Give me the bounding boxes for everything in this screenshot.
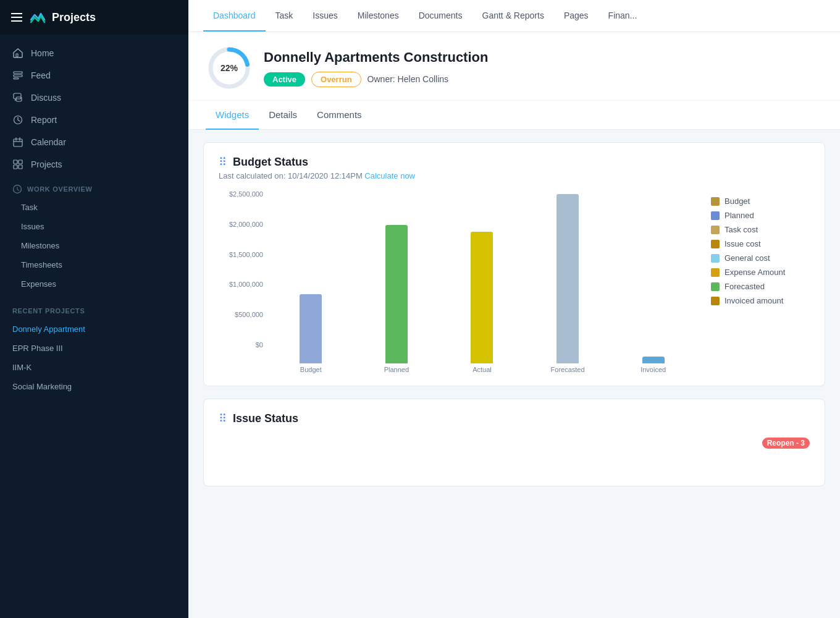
bar-group-invoiced	[610, 190, 696, 363]
tab-comments[interactable]: Comments	[307, 101, 372, 130]
svg-rect-2	[14, 75, 22, 77]
sidebar-item-discuss[interactable]: Discuss	[0, 87, 188, 109]
top-nav: Dashboard Task Issues Milestones Documen…	[188, 0, 840, 32]
svg-rect-11	[19, 165, 22, 169]
top-nav-task[interactable]: Task	[266, 1, 303, 32]
overrun-badge: Overrun	[311, 72, 361, 87]
active-badge: Active	[264, 72, 305, 87]
recent-project-epr[interactable]: EPR Phase III	[0, 339, 188, 358]
sidebar-item-calendar-label: Calendar	[31, 137, 66, 147]
top-nav-pages[interactable]: Pages	[554, 1, 598, 32]
project-info: Donnelly Apartments Construction Active …	[264, 49, 488, 87]
recent-project-iimk[interactable]: IIM-K	[0, 358, 188, 377]
y-label-2: $1,500,000	[229, 251, 263, 258]
projects-icon	[12, 159, 23, 170]
svg-rect-8	[14, 160, 17, 164]
legend-general-cost: General cost	[711, 253, 810, 263]
bar-actual	[471, 232, 493, 363]
sidebar-item-feed-label: Feed	[31, 70, 51, 80]
sidebar-title: Projects	[52, 11, 96, 24]
legend-dot-planned	[711, 211, 720, 220]
sidebar-sub-milestones[interactable]: Milestones	[0, 236, 188, 255]
work-overview-icon	[12, 184, 22, 194]
top-nav-finan[interactable]: Finan...	[598, 1, 647, 32]
project-header: 22% Donnelly Apartments Construction Act…	[188, 32, 840, 101]
svg-rect-3	[14, 78, 19, 79]
legend-dot-invoiced-amount	[711, 297, 720, 305]
tab-widgets[interactable]: Widgets	[206, 101, 259, 130]
sidebar-item-calendar[interactable]: Calendar	[0, 131, 188, 153]
progress-label: 22%	[220, 63, 238, 73]
sidebar-item-report[interactable]: Report	[0, 109, 188, 131]
bar-invoiced	[642, 357, 665, 363]
budget-widget-subtitle: Last calculated on: 10/14/2020 12:14PM C…	[219, 171, 810, 180]
sidebar-sub-expenses[interactable]: Expenses	[0, 274, 188, 294]
legend-dot-task-cost	[711, 226, 720, 234]
work-overview-section: WORK OVERVIEW	[0, 176, 188, 198]
main-content: Dashboard Task Issues Milestones Documen…	[188, 0, 840, 618]
bar-budget	[300, 294, 322, 363]
bar-chart-inner: $2,500,000 $2,000,000 $1,500,000 $1,000,…	[219, 190, 696, 363]
x-label-forecasted: Forecasted	[525, 363, 611, 373]
recent-project-social[interactable]: Social Marketing	[0, 377, 188, 396]
budget-status-widget: ⠿ Budget Status Last calculated on: 10/1…	[203, 142, 825, 386]
y-label-4: $500,000	[235, 311, 263, 318]
bar-group-budget	[268, 190, 354, 363]
top-nav-milestones[interactable]: Milestones	[348, 1, 409, 32]
top-nav-dashboard[interactable]: Dashboard	[203, 1, 266, 32]
recent-projects-label: RECENT PROJECTS	[12, 307, 85, 315]
legend-forecasted: Forecasted	[711, 282, 810, 291]
sidebar-sub-task[interactable]: Task	[0, 198, 188, 217]
svg-rect-9	[19, 160, 22, 164]
x-label-invoiced: Invoiced	[610, 363, 696, 373]
report-icon	[12, 114, 23, 125]
legend-dot-issue-cost	[711, 240, 720, 248]
legend-planned: Planned	[711, 211, 810, 220]
bar-group-forecasted	[525, 190, 611, 363]
legend-invoiced-amount: Invoiced amount	[711, 296, 810, 305]
sidebar-sub-timesheets[interactable]: Timesheets	[0, 255, 188, 274]
issue-widget-header: ⠿ Issue Status	[219, 412, 810, 425]
sidebar-item-home-label: Home	[31, 48, 54, 58]
issue-status-widget: ⠿ Issue Status Reopen - 3	[203, 399, 825, 486]
progress-ring: 22%	[206, 44, 253, 91]
legend-dot-forecasted	[711, 282, 720, 291]
y-label-0: $2,500,000	[229, 190, 263, 198]
x-axis: Budget Planned Actual Forecasted Invoice…	[219, 363, 696, 373]
reopen-badge: Reopen - 3	[762, 438, 810, 449]
sidebar-item-projects[interactable]: Projects	[0, 153, 188, 176]
svg-rect-10	[14, 165, 17, 169]
hamburger-icon[interactable]	[11, 13, 22, 22]
x-label-planned: Planned	[354, 363, 440, 373]
feed-icon	[12, 70, 23, 81]
sidebar-item-feed[interactable]: Feed	[0, 64, 188, 87]
project-name: Donnelly Apartments Construction	[264, 49, 488, 66]
top-nav-documents[interactable]: Documents	[409, 1, 472, 32]
work-overview-label: WORK OVERVIEW	[27, 185, 93, 193]
bar-planned	[385, 225, 408, 363]
y-label-3: $1,000,000	[229, 281, 263, 288]
recent-project-donnely[interactable]: Donnely Appartment	[0, 320, 188, 339]
top-nav-issues[interactable]: Issues	[303, 1, 347, 32]
budget-widget-icon: ⠿	[219, 155, 227, 169]
chart-legend: Budget Planned Task cost Issue cost	[711, 190, 810, 305]
bar-group-actual	[439, 190, 525, 363]
sidebar-sub-issues[interactable]: Issues	[0, 217, 188, 236]
calendar-icon	[12, 137, 23, 148]
home-icon	[12, 48, 23, 59]
issue-widget-icon: ⠿	[219, 412, 227, 425]
sidebar-item-projects-label: Projects	[31, 159, 62, 169]
legend-task-cost: Task cost	[711, 225, 810, 234]
logo-icon	[28, 9, 46, 26]
bar-forecasted	[556, 194, 579, 363]
top-nav-gantt[interactable]: Gantt & Reports	[472, 1, 554, 32]
sidebar-item-home[interactable]: Home	[0, 42, 188, 64]
sidebar-item-report-label: Report	[31, 115, 57, 125]
content-area: ⠿ Budget Status Last calculated on: 10/1…	[188, 130, 840, 618]
budget-widget-title: Budget Status	[233, 156, 308, 169]
legend-dot-budget	[711, 197, 720, 206]
bar-chart: $2,500,000 $2,000,000 $1,500,000 $1,000,…	[219, 190, 696, 373]
tab-details[interactable]: Details	[259, 101, 307, 130]
legend-expense-amount: Expense Amount	[711, 268, 810, 277]
calculate-now-link[interactable]: Calculate now	[364, 171, 415, 180]
